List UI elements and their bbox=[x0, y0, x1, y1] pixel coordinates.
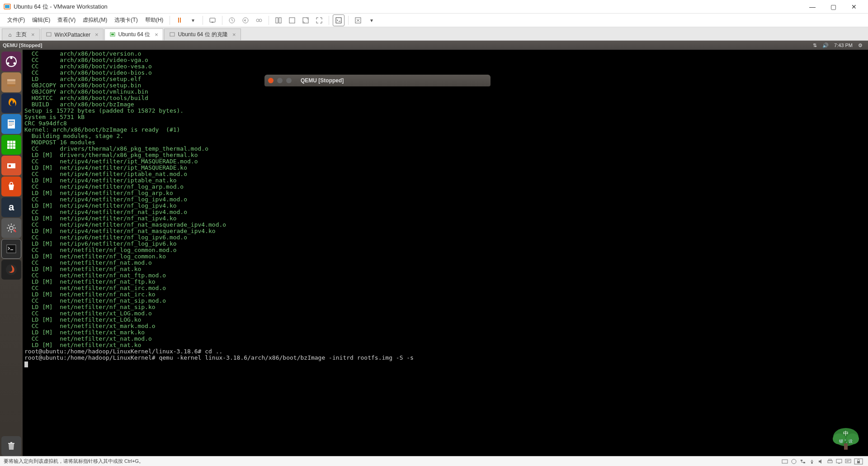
view-unity-button[interactable] bbox=[300, 14, 311, 26]
svg-rect-28 bbox=[9, 123, 14, 123]
svg-point-41 bbox=[6, 264, 17, 275]
send-ctrl-alt-del-button[interactable] bbox=[207, 14, 218, 26]
svg-rect-10 bbox=[289, 18, 295, 23]
firefox-button[interactable] bbox=[1, 93, 21, 113]
svg-point-6 bbox=[256, 19, 259, 22]
power-dropdown[interactable]: ▾ bbox=[187, 14, 199, 26]
snapshot-revert-button[interactable] bbox=[240, 14, 251, 26]
tab-ubuntu64[interactable]: Ubuntu 64 位 × bbox=[104, 29, 163, 40]
menu-tabs[interactable]: 选项卡(T) bbox=[111, 14, 141, 26]
encryption-icon[interactable] bbox=[853, 458, 864, 465]
window-close-icon[interactable] bbox=[268, 78, 274, 83]
vm-tabbar: ⌂ 主页 × WinXPattacker × Ubuntu 64 位 × Ubu… bbox=[0, 27, 868, 41]
menu-edit[interactable]: 编辑(E) bbox=[28, 14, 54, 26]
svg-rect-53 bbox=[845, 459, 851, 463]
device-printer-icon[interactable] bbox=[826, 458, 834, 465]
files-button[interactable] bbox=[1, 72, 21, 92]
tab-home[interactable]: ⌂ 主页 × bbox=[2, 29, 40, 40]
vm-running-icon bbox=[109, 32, 116, 38]
close-button[interactable]: ✕ bbox=[844, 0, 864, 14]
software-center-button[interactable] bbox=[1, 176, 21, 196]
close-icon[interactable]: × bbox=[31, 31, 35, 38]
terminal-line: CC net/ipv4/netfilter/nf_log_arp.mod.o bbox=[24, 184, 866, 190]
terminal-line: CC net/netfilter/nf_log_common.mod.o bbox=[24, 247, 866, 253]
terminal-line: HOSTCC arch/x86/boot/tools/build bbox=[24, 95, 866, 101]
terminal-button[interactable] bbox=[1, 239, 21, 259]
minimize-button[interactable]: ― bbox=[802, 0, 823, 14]
maximize-button[interactable]: ▢ bbox=[823, 0, 844, 14]
terminal-cursor-line bbox=[24, 361, 866, 367]
terminal-line: CRC 9a94dfc8 bbox=[24, 120, 866, 127]
svg-rect-12 bbox=[336, 18, 341, 23]
terminal-line: LD [M] net/ipv6/netfilter/nf_log_ipv6.ko bbox=[24, 241, 866, 247]
svg-rect-17 bbox=[170, 33, 175, 36]
message-log-icon[interactable] bbox=[844, 458, 852, 465]
impress-button[interactable] bbox=[1, 156, 21, 176]
close-icon[interactable]: × bbox=[95, 31, 99, 38]
settings-button[interactable] bbox=[1, 218, 21, 238]
menu-help[interactable]: 帮助(H) bbox=[142, 14, 167, 26]
device-network-icon[interactable] bbox=[799, 458, 807, 465]
view-fullscreen-exit-button[interactable] bbox=[313, 14, 325, 26]
snapshot-button[interactable] bbox=[226, 14, 238, 26]
svg-point-39 bbox=[9, 226, 13, 230]
trash-button[interactable] bbox=[1, 436, 21, 456]
terminal-line: CC net/netfilter/nf_nat.mod.o bbox=[24, 260, 866, 266]
view-single-button[interactable] bbox=[273, 14, 284, 26]
network-icon[interactable]: ⇅ bbox=[813, 43, 817, 48]
pause-vm-button[interactable]: ⏸ bbox=[174, 14, 185, 26]
gear-icon[interactable]: ⚙ bbox=[858, 43, 863, 48]
terminal-output[interactable]: CC arch/x86/boot/version.o CC arch/x86/b… bbox=[23, 50, 868, 456]
sound-icon[interactable]: 🔊 bbox=[822, 43, 829, 48]
terminal-prompt-line: root@ubuntu:/home/hadoop/LinuxKernel/lin… bbox=[24, 348, 866, 355]
device-usb-icon[interactable] bbox=[808, 458, 816, 465]
tab-ubuntu64-clone[interactable]: Ubuntu 64 位 的克隆 × bbox=[164, 29, 241, 40]
svg-point-19 bbox=[10, 57, 13, 59]
fullscreen-button[interactable] bbox=[352, 14, 364, 26]
terminal-line: CC net/netfilter/nf_nat_sip.mod.o bbox=[24, 298, 866, 304]
qemu-window[interactable]: QEMU [Stopped] bbox=[264, 75, 491, 86]
amazon-button[interactable]: a bbox=[1, 197, 21, 217]
view-split-button[interactable] bbox=[286, 14, 298, 26]
window-maximize-icon[interactable] bbox=[286, 78, 292, 83]
writer-button[interactable] bbox=[1, 114, 21, 134]
device-cd-icon[interactable] bbox=[790, 458, 798, 465]
statusbar: 要将输入定向到该虚拟机，请将鼠标指针移入其中或按 Ctrl+G。 bbox=[0, 456, 868, 466]
svg-rect-27 bbox=[9, 121, 14, 122]
svg-rect-51 bbox=[836, 459, 842, 463]
svg-rect-16 bbox=[111, 33, 114, 35]
svg-rect-31 bbox=[7, 141, 15, 149]
menu-vm[interactable]: 虚拟机(M) bbox=[79, 14, 111, 26]
close-icon[interactable]: × bbox=[155, 31, 158, 38]
svg-rect-37 bbox=[7, 162, 15, 163]
dash-button[interactable] bbox=[1, 52, 21, 71]
svg-rect-42 bbox=[8, 443, 14, 444]
device-display-icon[interactable] bbox=[835, 458, 843, 465]
snapshot-manager-button[interactable] bbox=[253, 14, 265, 26]
svg-rect-23 bbox=[7, 82, 15, 84]
device-harddisk-icon[interactable] bbox=[781, 458, 789, 465]
terminal-line: LD [M] net/ipv4/netfilter/iptable_nat.ko bbox=[24, 177, 866, 184]
window-minimize-icon[interactable] bbox=[277, 78, 283, 83]
svg-point-21 bbox=[7, 62, 9, 65]
separator bbox=[203, 16, 203, 25]
close-icon[interactable]: × bbox=[232, 31, 236, 38]
terminal-line: CC net/ipv4/netfilter/nf_log_ipv4.mod.o bbox=[24, 196, 866, 203]
terminal-line: CC net/netfilter/xt_mark.mod.o bbox=[24, 323, 866, 329]
app-icon-generic[interactable] bbox=[1, 260, 21, 280]
tab-label: 主页 bbox=[16, 31, 27, 38]
svg-point-45 bbox=[792, 459, 796, 464]
tab-winxp[interactable]: WinXPattacker × bbox=[41, 29, 104, 40]
guest-display[interactable]: a CC arch/x86/boot/version.o CC arch/x86… bbox=[0, 50, 868, 456]
menu-file[interactable]: 文件(F) bbox=[4, 14, 28, 26]
calc-button[interactable] bbox=[1, 135, 21, 155]
menu-view[interactable]: 查看(V) bbox=[54, 14, 79, 26]
console-view-button[interactable] bbox=[333, 14, 344, 26]
fullscreen-dropdown[interactable]: ▾ bbox=[366, 14, 377, 26]
window-titlebar: Ubuntu 64 位 - VMware Workstation ― ▢ ✕ bbox=[0, 0, 868, 14]
svg-rect-43 bbox=[10, 442, 12, 443]
clock[interactable]: 7:43 PM bbox=[834, 43, 853, 48]
device-sound-icon[interactable] bbox=[817, 458, 825, 465]
terminal-line: LD [M] net/netfilter/nf_nat_sip.ko bbox=[24, 304, 866, 310]
svg-rect-50 bbox=[829, 459, 831, 461]
